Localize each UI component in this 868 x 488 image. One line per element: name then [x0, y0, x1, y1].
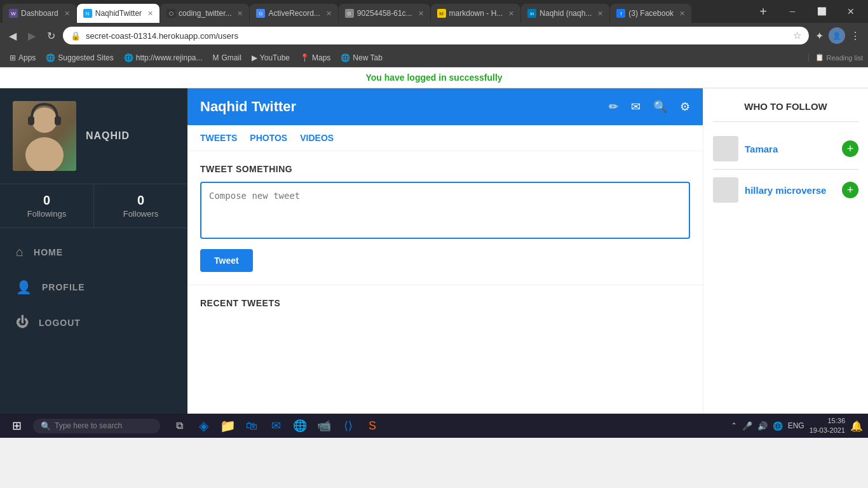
taskbar-search-text: Type here to search [55, 421, 122, 430]
close-button[interactable]: ✕ [836, 0, 865, 23]
reading-list[interactable]: 📋 Reading list [808, 53, 863, 62]
mail-app-icon: ✉ [271, 419, 281, 433]
bookmark-youtube[interactable]: ▶YouTube [247, 51, 294, 64]
taskbar-search[interactable]: 🔍 Type here to search [33, 419, 160, 433]
extensions-icon[interactable]: ✦ [813, 27, 826, 44]
hillary-avatar [713, 177, 738, 203]
bookmark-apps[interactable]: ⊞Apps [5, 51, 40, 64]
tamara-follow-button[interactable]: + [842, 140, 858, 157]
bookmark-maps[interactable]: 📍Maps [295, 51, 335, 64]
tab-tab8[interactable]: f(3) Facebook✕ [610, 4, 691, 23]
tab-tab3[interactable]: ⬡coding_twitter...✕ [160, 4, 249, 23]
main-header: Naqhid Twitter ✏ ✉ 🔍 ⚙ [187, 88, 703, 125]
mail-icon[interactable]: ✉ [631, 100, 641, 114]
zoom-icon: 📹 [317, 419, 331, 433]
edge-app[interactable]: ◈ [192, 414, 215, 437]
tab-close-tab3[interactable]: ✕ [237, 10, 243, 18]
success-banner: You have logged in successfully [0, 67, 868, 88]
store-app[interactable]: 🛍 [240, 414, 263, 437]
svg-rect-4 [28, 116, 34, 125]
hillary-follow-button[interactable]: + [842, 182, 858, 198]
zoom-app[interactable]: 📹 [313, 414, 336, 437]
followers-stat[interactable]: 0 Followers [94, 184, 187, 227]
windows-icon: ⊞ [12, 419, 22, 433]
minimize-button[interactable]: ─ [778, 0, 807, 23]
menu-icon[interactable]: ⋮ [848, 27, 863, 44]
network-icon[interactable]: 🌐 [773, 421, 783, 431]
bookmark-gmail[interactable]: MGmail [208, 51, 245, 64]
who-to-follow: WHO TO FOLLOW Tamara + hillary microvers… [703, 88, 868, 414]
mic-icon[interactable]: 🎤 [742, 421, 752, 431]
tamara-name[interactable]: Tamara [745, 144, 778, 154]
tweet-button[interactable]: Tweet [200, 249, 253, 272]
tab-photos[interactable]: PHOTOS [250, 133, 287, 143]
favicon-tab8: f [616, 9, 625, 18]
sublime-app[interactable]: S [361, 414, 384, 437]
tab-label-tab2: NaqhidTwitter [95, 9, 142, 18]
search-icon[interactable]: 🔍 [653, 100, 667, 114]
reload-button[interactable]: ↻ [43, 27, 59, 44]
forward-button[interactable]: ▶ [24, 27, 39, 44]
mail-app[interactable]: ✉ [264, 414, 287, 437]
tab-close-tab1[interactable]: ✕ [64, 10, 70, 18]
tab-tab7[interactable]: inNaqhid (naqh...✕ [521, 4, 609, 23]
followings-stat[interactable]: 0 Followings [0, 184, 94, 227]
chrome-app[interactable]: 🌐 [288, 414, 311, 437]
star-icon[interactable]: ☆ [793, 30, 801, 41]
follow-item-hillary: hillary microverse + [713, 170, 858, 210]
settings-icon[interactable]: ⚙ [680, 100, 690, 114]
bookmark-new-tab[interactable]: 🌐New Tab [336, 51, 386, 64]
clock[interactable]: 15:36 19-03-2021 [810, 416, 845, 436]
tab-close-tab8[interactable]: ✕ [679, 10, 685, 18]
bookmark-favicon: M [212, 53, 219, 62]
tab-close-tab4[interactable]: ✕ [326, 10, 332, 18]
new-tab-button[interactable]: + [754, 2, 772, 22]
notification-icon[interactable]: 🔔 [850, 420, 863, 432]
tab-tab1[interactable]: WDashboard✕ [3, 4, 76, 23]
main-content: Naqhid Twitter ✏ ✉ 🔍 ⚙ TWEETS PHOTOS VID… [187, 88, 703, 414]
main-tabs: TWEETS PHOTOS VIDEOS [187, 125, 703, 151]
back-button[interactable]: ◀ [5, 27, 20, 44]
hidden-icons-btn[interactable]: ⌃ [731, 421, 737, 430]
edit-icon[interactable]: ✏ [609, 100, 618, 114]
nav-item-profile[interactable]: 👤 PROFILE [0, 269, 187, 305]
profile-icon-btn[interactable]: 👤 [829, 27, 845, 44]
favicon-tab1: W [9, 9, 18, 18]
start-button[interactable]: ⊞ [5, 414, 28, 437]
tab-close-tab7[interactable]: ✕ [597, 10, 603, 18]
tab-tab2[interactable]: NNaqhidTwitter✕ [77, 4, 159, 23]
tab-close-tab6[interactable]: ✕ [508, 10, 514, 18]
tab-tab6[interactable]: Mmarkdown - H...✕ [431, 4, 521, 23]
favicon-tab7: in [527, 9, 536, 18]
address-bar[interactable]: 🔒 secret-coast-01314.herokuapp.com/users… [63, 27, 809, 44]
speaker-icon[interactable]: 🔊 [757, 421, 768, 431]
bookmark-suggested-sites[interactable]: 🌐Suggested Sites [41, 51, 118, 64]
tab-close-tab5[interactable]: ✕ [418, 10, 424, 18]
home-icon: ⌂ [16, 245, 24, 259]
tab-tab4[interactable]: GActiveRecord...✕ [250, 4, 337, 23]
tab-tab5[interactable]: ⊙90254458-61c...✕ [339, 4, 430, 23]
bookmark-favicon: ⊞ [10, 53, 16, 62]
favicon-tab2: N [83, 9, 92, 18]
browser-chrome: WDashboard✕NNaqhidTwitter✕⬡coding_twitte… [0, 0, 868, 67]
tab-videos[interactable]: VIDEOS [300, 133, 334, 143]
followings-count: 0 [6, 193, 87, 208]
vscode-icon: ⟨⟩ [344, 419, 353, 433]
nav-item-home[interactable]: ⌂ HOME [0, 234, 187, 269]
nav-item-logout[interactable]: ⏻ LOGOUT [0, 305, 187, 340]
folder-app[interactable]: 📁 [216, 414, 239, 437]
task-view-button[interactable]: ⧉ [168, 414, 191, 437]
tab-label-tab6: markdown - H... [449, 9, 503, 18]
header-icons: ✏ ✉ 🔍 ⚙ [609, 100, 690, 114]
bookmark-http://www.rejinpa...[interactable]: 🌐http://www.rejinpa... [119, 51, 207, 64]
sidebar-nav: ⌂ HOME 👤 PROFILE ⏻ LOGOUT [0, 228, 187, 340]
tab-close-tab2[interactable]: ✕ [147, 10, 153, 18]
tweet-input[interactable] [200, 182, 690, 239]
maximize-button[interactable]: ⬜ [807, 0, 836, 23]
address-bar-row: ◀ ▶ ↻ 🔒 secret-coast-01314.herokuapp.com… [0, 23, 868, 48]
bookmark-favicon: 🌐 [341, 53, 350, 62]
hillary-name[interactable]: hillary microverse [745, 185, 826, 196]
window-controls: ─ ⬜ ✕ [778, 0, 865, 23]
tab-tweets[interactable]: TWEETS [200, 133, 237, 143]
vscode-app[interactable]: ⟨⟩ [337, 414, 360, 437]
